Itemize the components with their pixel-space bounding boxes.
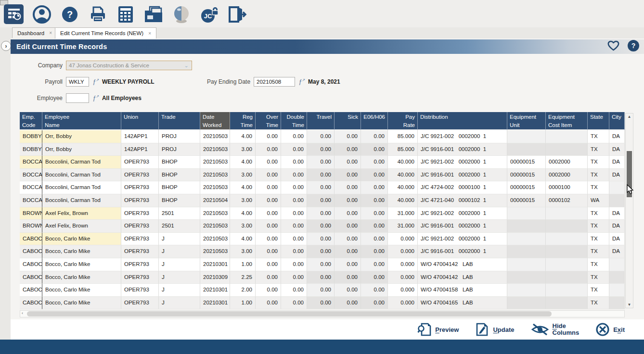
grid-cell-e06-h06[interactable]: 0.00 xyxy=(361,258,388,271)
grid-cell-employee-name[interactable]: Orr, Bobby xyxy=(42,143,121,156)
column-header-sick[interactable]: Sick xyxy=(335,112,361,130)
grid-cell-equipment-unit[interactable]: 00000015 xyxy=(507,181,546,194)
grid-cell-employee-name[interactable]: Boccolini, Carman Tod xyxy=(42,194,121,207)
grid-cell-trade[interactable]: J xyxy=(159,245,200,258)
grid-cell-over-time[interactable]: 0.00 xyxy=(256,297,281,310)
scroll-left-icon[interactable]: ‹ xyxy=(22,311,23,316)
grid-cell-travel[interactable]: 0.00 xyxy=(307,181,335,194)
grid-cell-distribution[interactable]: J/C 9916-001 0002000 1 xyxy=(418,143,507,156)
column-header-double-time[interactable]: Double Time xyxy=(281,112,307,130)
grid-cell-employee-name[interactable]: Boccolini, Carman Tod xyxy=(42,181,121,194)
grid-cell-travel[interactable]: 0.00 xyxy=(307,156,335,169)
grid-cell-city[interactable]: DA xyxy=(609,169,625,182)
grid-cell-e06-h06[interactable]: 0.00 xyxy=(361,297,388,310)
tab-dashboard[interactable]: Dashboard × xyxy=(12,27,57,38)
column-header-emp-code[interactable]: Emp. Code xyxy=(20,112,42,130)
grid-cell-emp-code[interactable]: BOCCA xyxy=(20,156,42,169)
grid-cell-emp-code[interactable]: CABOC xyxy=(20,297,42,310)
logout-icon[interactable] xyxy=(227,4,247,24)
column-header-union[interactable]: Union xyxy=(121,112,159,130)
table-row[interactable]: BOCCABoccolini, Carman TodOPER793BHOP202… xyxy=(20,181,625,194)
column-header-reg-time[interactable]: Reg Time xyxy=(230,112,256,130)
grid-cell-state[interactable]: TX xyxy=(588,271,609,284)
grid-cell-equipment-cost-item[interactable] xyxy=(546,143,588,156)
grid-cell-sick[interactable]: 0.00 xyxy=(335,245,361,258)
grid-cell-city[interactable] xyxy=(609,258,625,271)
grid-cell-city[interactable]: DA xyxy=(609,220,625,233)
grid-cell-pay-rate[interactable]: 40.000 xyxy=(388,169,418,182)
grid-cell-city[interactable] xyxy=(609,271,625,284)
preview-button[interactable]: Preview xyxy=(417,322,459,337)
grid-cell-state[interactable]: TX xyxy=(588,130,609,143)
grid-cell-city[interactable]: DA xyxy=(609,245,625,258)
employee-lookup-icon[interactable]: ƒ↗ xyxy=(92,94,99,101)
grid-cell-union[interactable]: OPER793 xyxy=(121,297,159,310)
grid-cell-reg-time[interactable]: 1.00 xyxy=(230,258,256,271)
table-row[interactable]: BROWNAxel Felix, BrownOPER79325012021050… xyxy=(20,207,625,220)
grid-cell-state[interactable]: TX xyxy=(588,245,609,258)
column-header-travel[interactable]: Travel xyxy=(307,112,335,130)
calculator-icon[interactable] xyxy=(116,4,135,24)
grid-cell-emp-code[interactable]: BROWN xyxy=(20,220,42,233)
horizontal-scrollbar-thumb[interactable] xyxy=(27,311,552,316)
grid-cell-trade[interactable]: BHOP xyxy=(159,181,200,194)
grid-cell-travel[interactable]: 0.00 xyxy=(307,245,335,258)
grid-cell-employee-name[interactable]: Bocco, Carlo Mike xyxy=(42,245,121,258)
grid-cell-sick[interactable]: 0.00 xyxy=(335,207,361,220)
grid-cell-equipment-cost-item[interactable]: 0002000 xyxy=(546,169,588,182)
favorite-heart-icon[interactable] xyxy=(607,40,620,51)
grid-cell-double-time[interactable]: 0.00 xyxy=(281,181,307,194)
grid-cell-trade[interactable]: PROJ xyxy=(159,143,200,156)
grid-cell-reg-time[interactable]: 4.00 xyxy=(230,207,256,220)
grid-cell-union[interactable]: OPER793 xyxy=(121,271,159,284)
grid-cell-city[interactable] xyxy=(609,297,625,310)
column-header-trade[interactable]: Trade xyxy=(159,112,200,130)
grid-cell-pay-rate[interactable]: 31.000 xyxy=(388,220,418,233)
grid-cell-over-time[interactable]: 0.00 xyxy=(256,181,281,194)
table-row[interactable]: CABOCBocco, Carlo MikeOPER793J202103011.… xyxy=(20,297,625,310)
grid-cell-reg-time[interactable]: 3.00 xyxy=(230,169,256,182)
grid-cell-over-time[interactable]: 0.00 xyxy=(256,245,281,258)
table-row[interactable]: BOCCABoccolini, Carman TodOPER793BHOP202… xyxy=(20,194,625,207)
grid-cell-pay-rate[interactable]: 0.000 xyxy=(388,297,418,310)
grid-cell-travel[interactable]: 0.00 xyxy=(307,207,335,220)
grid-cell-equipment-cost-item[interactable] xyxy=(546,220,588,233)
grid-cell-distribution[interactable]: W/O 47004142 LAB xyxy=(418,258,507,271)
payroll-input[interactable]: WKLY xyxy=(66,77,89,87)
grid-cell-emp-code[interactable]: BOBBY xyxy=(20,143,42,156)
grid-cell-equipment-unit[interactable] xyxy=(507,284,546,297)
grid-cell-union[interactable]: 142APP1 xyxy=(121,143,159,156)
grid-cell-reg-time[interactable]: 4.00 xyxy=(230,156,256,169)
column-header-e06-h06[interactable]: E06/H06 xyxy=(361,112,388,130)
grid-cell-date-worked[interactable]: 20210301 xyxy=(200,258,230,271)
employee-input[interactable] xyxy=(66,93,89,103)
grid-cell-double-time[interactable]: 0.00 xyxy=(281,271,307,284)
grid-cell-union[interactable]: OPER793 xyxy=(121,181,159,194)
grid-cell-travel[interactable]: 0.00 xyxy=(307,271,335,284)
grid-cell-emp-code[interactable]: CABOC xyxy=(20,258,42,271)
chevron-down-icon[interactable]: ⌄ xyxy=(181,61,192,70)
grid-cell-date-worked[interactable]: 20210309 xyxy=(200,271,230,284)
column-header-over-time[interactable]: Over Time xyxy=(256,112,281,130)
grid-cell-date-worked[interactable]: 20210503 xyxy=(200,233,230,246)
grid-cell-date-worked[interactable]: 20210503 xyxy=(200,143,230,156)
panel-expander-chevron-icon[interactable]: › xyxy=(1,41,11,51)
grid-cell-equipment-cost-item[interactable]: 0000102 xyxy=(546,194,588,207)
grid-cell-state[interactable]: TX xyxy=(588,220,609,233)
grid-cell-city[interactable] xyxy=(609,181,625,194)
table-row[interactable]: CABOCBocco, Carlo MikeOPER793J202105033.… xyxy=(20,245,625,258)
company-select[interactable]: 47 Jonas Construction & Service ⌄ xyxy=(66,61,192,70)
grid-cell-distribution[interactable]: W/O 47004142 LAB xyxy=(418,271,507,284)
grid-cell-trade[interactable]: BHOP xyxy=(159,194,200,207)
grid-cell-date-worked[interactable]: 20210503 xyxy=(200,207,230,220)
grid-cell-e06-h06[interactable]: 0.00 xyxy=(361,194,388,207)
grid-cell-equipment-cost-item[interactable] xyxy=(546,245,588,258)
grid-cell-union[interactable]: OPER793 xyxy=(121,284,159,297)
pay-ending-date-lookup-icon[interactable]: ƒ↗ xyxy=(298,78,305,85)
grid-cell-pay-rate[interactable]: 40.000 xyxy=(388,156,418,169)
grid-cell-trade[interactable]: J xyxy=(159,284,200,297)
grid-cell-travel[interactable]: 0.00 xyxy=(307,297,335,310)
grid-cell-travel[interactable]: 0.00 xyxy=(307,233,335,246)
grid-cell-reg-time[interactable]: 4.00 xyxy=(230,233,256,246)
grid-cell-state[interactable]: TX xyxy=(588,169,609,182)
